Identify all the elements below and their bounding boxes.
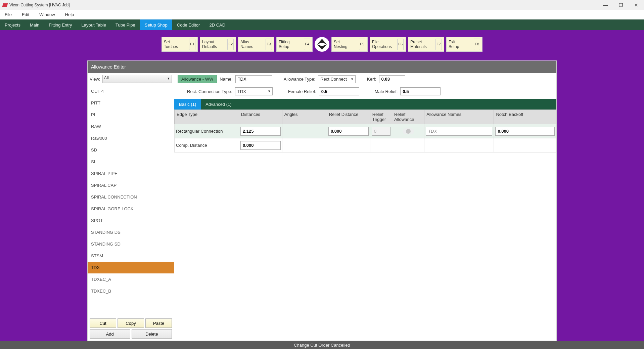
tab-bar: ProjectsMainFitting EntryLayout TableTub… — [0, 19, 644, 30]
cell-notch-backoff-input[interactable] — [495, 127, 555, 136]
col-relief-distance[interactable]: Relief Distance — [327, 110, 370, 124]
allowance-type-label: Allowance Type: — [284, 77, 315, 82]
col-notch-backoff[interactable]: Notch Backoff — [494, 110, 556, 124]
close-button[interactable]: ✕ — [629, 0, 644, 10]
minimize-button[interactable]: — — [598, 0, 613, 10]
logo-icon — [315, 37, 329, 52]
menubar: File Edit Window Help — [0, 10, 644, 19]
cell-distance-input[interactable] — [240, 127, 281, 136]
cell-allowance-names-input[interactable] — [426, 127, 492, 136]
cut-button[interactable]: Cut — [90, 318, 116, 328]
relief-allowance-toggle[interactable] — [403, 128, 414, 134]
list-item[interactable]: Raw000 — [88, 132, 174, 144]
list-item[interactable]: SPIRAL CONNECTION — [88, 191, 174, 203]
shortcut-f4[interactable]: FittingSetupF4 — [276, 37, 313, 52]
cell-comp-distance-input[interactable] — [240, 141, 281, 150]
list-item[interactable]: TDXEC_B — [88, 285, 174, 297]
maximize-button[interactable]: ❐ — [613, 0, 629, 10]
kerf-input[interactable] — [379, 75, 405, 83]
panel-title: Allowance Editor — [88, 61, 556, 73]
left-pane: View: All OUT 4PITTPLRAWRaw000SDSLSPIRAL… — [88, 73, 174, 341]
list-item[interactable]: STANDING DS — [88, 226, 174, 238]
menu-file[interactable]: File — [5, 12, 12, 17]
menu-help[interactable]: Help — [65, 12, 74, 17]
tab-fitting-entry[interactable]: Fitting Entry — [44, 19, 77, 30]
list-item[interactable]: TDX — [88, 262, 174, 273]
cell-angles — [282, 124, 327, 138]
view-label: View: — [90, 77, 100, 82]
tab-setup-shop[interactable]: Setup Shop — [140, 19, 172, 30]
name-label: Name: — [220, 77, 232, 82]
svg-marker-0 — [317, 39, 327, 44]
shortcut-f1[interactable]: SetTorchesF1 — [162, 37, 198, 52]
allowance-type-select[interactable]: Rect Connect — [318, 75, 356, 83]
allowance-grid: Edge Type Distances Angles Relief Distan… — [174, 110, 556, 152]
allowance-list[interactable]: OUT 4PITTPLRAWRaw000SDSLSPIRAL PIPESPIRA… — [88, 85, 174, 316]
list-item[interactable]: PL — [88, 109, 174, 121]
allowance-pill[interactable]: Allowance - WW — [178, 75, 217, 83]
allowance-editor-panel: Allowance Editor View: All OUT 4PITTPLRA… — [87, 60, 557, 341]
shortcut-row: SetTorchesF1LayoutDefaultsF2AliasNamesF3… — [0, 37, 644, 52]
list-item[interactable]: SD — [88, 144, 174, 156]
col-allowance-names[interactable]: Allowance Names — [424, 110, 494, 124]
titlebar: Vicon Cutting System [HVAC Job] — ❐ ✕ — [0, 0, 644, 10]
name-input[interactable] — [235, 75, 272, 83]
cell-relief-trigger-input — [372, 127, 390, 136]
list-item[interactable]: SPIRAL CAP — [88, 179, 174, 191]
list-item[interactable]: SPOT — [88, 215, 174, 226]
list-item[interactable]: SPIRAL PIPE — [88, 168, 174, 179]
menu-window[interactable]: Window — [39, 12, 55, 17]
male-relief-label: Male Relief: — [375, 89, 398, 94]
cell-edge-type: Rectangular Connection — [175, 124, 239, 138]
paste-button[interactable]: Paste — [145, 318, 172, 328]
list-item[interactable]: OUT 4 — [88, 85, 174, 97]
shortcut-f7[interactable]: PresetMaterialsF7 — [408, 37, 444, 52]
list-item[interactable]: SPIRAL GORE LOCK — [88, 203, 174, 215]
subtab-strip: Basic (1) Advanced (1) — [174, 99, 556, 110]
list-item[interactable]: STANDING SD — [88, 238, 174, 250]
app-icon — [2, 3, 8, 7]
menu-edit[interactable]: Edit — [22, 12, 29, 17]
window-title: Vicon Cutting System [HVAC Job] — [9, 3, 70, 7]
female-relief-input[interactable] — [319, 87, 359, 95]
list-item[interactable]: RAW — [88, 121, 174, 132]
kerf-label: Kerf: — [367, 77, 376, 82]
col-angles[interactable]: Angles — [282, 110, 327, 124]
col-relief-trigger[interactable]: Relief Trigger — [370, 110, 392, 124]
table-row[interactable]: Rectangular Connection — [175, 124, 556, 138]
shortcut-f2[interactable]: LayoutDefaultsF2 — [200, 37, 236, 52]
col-edge-type[interactable]: Edge Type — [175, 110, 239, 124]
tab-tube-pipe[interactable]: Tube Pipe — [111, 19, 140, 30]
right-pane: Allowance - WW Name: Allowance Type: Rec… — [174, 73, 556, 341]
cell-edge-type: Comp. Distance — [175, 138, 239, 152]
delete-button[interactable]: Delete — [132, 329, 172, 339]
tab-2d-cad[interactable]: 2D CAD — [204, 19, 230, 30]
tab-code-editor[interactable]: Code Editor — [172, 19, 205, 30]
shortcut-f5[interactable]: SetNestingF5 — [331, 37, 368, 52]
shortcut-f3[interactable]: AliasNamesF3 — [238, 37, 274, 52]
list-item[interactable]: TDXEC_A — [88, 273, 174, 285]
table-row[interactable]: Comp. Distance — [175, 138, 556, 152]
status-text: Change Cut Order Cancelled — [294, 343, 350, 348]
tab-advanced[interactable]: Advanced (1) — [201, 99, 236, 110]
copy-button[interactable]: Copy — [118, 318, 144, 328]
shortcut-f6[interactable]: FileOperationsF6 — [370, 37, 406, 52]
col-distances[interactable]: Distances — [239, 110, 282, 124]
list-item[interactable]: STSM — [88, 250, 174, 262]
cell-relief-distance-input[interactable] — [328, 127, 369, 136]
svg-marker-1 — [317, 44, 327, 50]
col-relief-allowance[interactable]: Relief Allowance — [392, 110, 424, 124]
status-bar: Change Cut Order Cancelled — [0, 341, 644, 349]
list-item[interactable]: SL — [88, 156, 174, 168]
tab-layout-table[interactable]: Layout Table — [77, 19, 111, 30]
add-button[interactable]: Add — [90, 329, 130, 339]
male-relief-input[interactable] — [400, 87, 441, 95]
tab-basic[interactable]: Basic (1) — [174, 99, 201, 110]
tab-projects[interactable]: Projects — [0, 19, 25, 30]
content-area: SetTorchesF1LayoutDefaultsF2AliasNamesF3… — [0, 30, 644, 341]
shortcut-f8[interactable]: ExitSetupF8 — [446, 37, 482, 52]
rect-conn-select[interactable]: TDX — [235, 87, 273, 95]
tab-main[interactable]: Main — [25, 19, 44, 30]
list-item[interactable]: PITT — [88, 97, 174, 109]
view-select[interactable]: All — [102, 75, 172, 83]
